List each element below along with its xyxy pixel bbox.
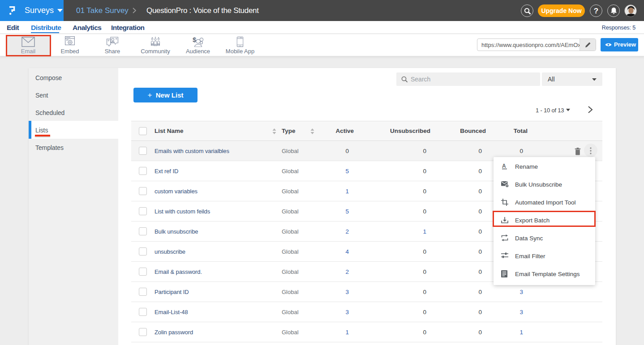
svg-text:?: ?: [594, 7, 598, 15]
svg-text:A: A: [502, 163, 506, 169]
